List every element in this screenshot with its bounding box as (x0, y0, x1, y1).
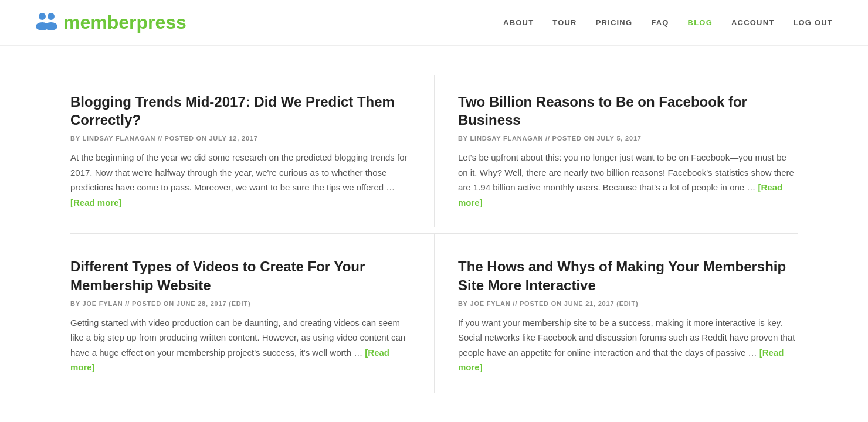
post-excerpt: At the beginning of the year we did some… (70, 150, 411, 210)
post-title: Two Billion Reasons to Be on Facebook fo… (458, 93, 798, 129)
post-title-link[interactable]: Two Billion Reasons to Be on Facebook fo… (458, 94, 747, 128)
read-more-link[interactable]: [Read more] (458, 182, 782, 207)
post-excerpt: Getting started with video production ca… (70, 315, 411, 375)
post-meta: BY JOE FYLAN // POSTED ON JUNE 21, 2017 … (458, 300, 798, 307)
main-content: Blogging Trends Mid-2017: Did We Predict… (35, 46, 833, 422)
post-title-link[interactable]: The Hows and Whys of Making Your Members… (458, 258, 786, 292)
post-title: The Hows and Whys of Making Your Members… (458, 257, 798, 294)
post-meta: BY LINDSAY FLANAGAN // POSTED ON JULY 5,… (458, 135, 798, 142)
nav-tour[interactable]: Tour (552, 18, 577, 27)
post-item: The Hows and Whys of Making Your Members… (434, 233, 798, 392)
svg-point-0 (39, 13, 46, 20)
read-more-link[interactable]: [Read more] (70, 198, 122, 207)
post-title: Different Types of Videos to Create For … (70, 257, 411, 294)
nav-about[interactable]: About (503, 18, 534, 27)
main-nav: About Tour Pricing FAQ Blog Account Log … (503, 18, 833, 27)
post-item: Different Types of Videos to Create For … (70, 233, 434, 392)
read-more-link[interactable]: [Read more] (70, 348, 389, 373)
nav-faq[interactable]: FAQ (651, 18, 669, 27)
svg-point-3 (45, 22, 57, 30)
posts-grid: Blogging Trends Mid-2017: Did We Predict… (70, 75, 798, 393)
post-excerpt: Let's be upfront about this: you no long… (458, 150, 798, 210)
nav-pricing[interactable]: Pricing (596, 18, 633, 27)
logo-icon (35, 11, 59, 35)
nav-logout[interactable]: Log Out (793, 18, 833, 27)
post-item: Blogging Trends Mid-2017: Did We Predict… (70, 75, 434, 227)
nav-blog[interactable]: Blog (688, 18, 713, 27)
svg-point-1 (48, 13, 55, 20)
post-title-link[interactable]: Different Types of Videos to Create For … (70, 258, 365, 292)
post-title: Blogging Trends Mid-2017: Did We Predict… (70, 93, 411, 129)
post-item: Two Billion Reasons to Be on Facebook fo… (434, 75, 798, 227)
read-more-link[interactable]: [Read more] (458, 348, 784, 373)
post-meta: BY LINDSAY FLANAGAN // POSTED ON JULY 12… (70, 135, 411, 142)
post-excerpt: If you want your membership site to be a… (458, 315, 798, 375)
nav-account[interactable]: Account (731, 18, 774, 27)
site-header: memberpress About Tour Pricing FAQ Blog … (0, 0, 868, 46)
site-logo[interactable]: memberpress (35, 11, 187, 35)
post-title-link[interactable]: Blogging Trends Mid-2017: Did We Predict… (70, 94, 395, 128)
logo-text: memberpress (63, 12, 187, 33)
post-meta: BY JOE FYLAN // POSTED ON JUNE 28, 2017 … (70, 300, 411, 307)
